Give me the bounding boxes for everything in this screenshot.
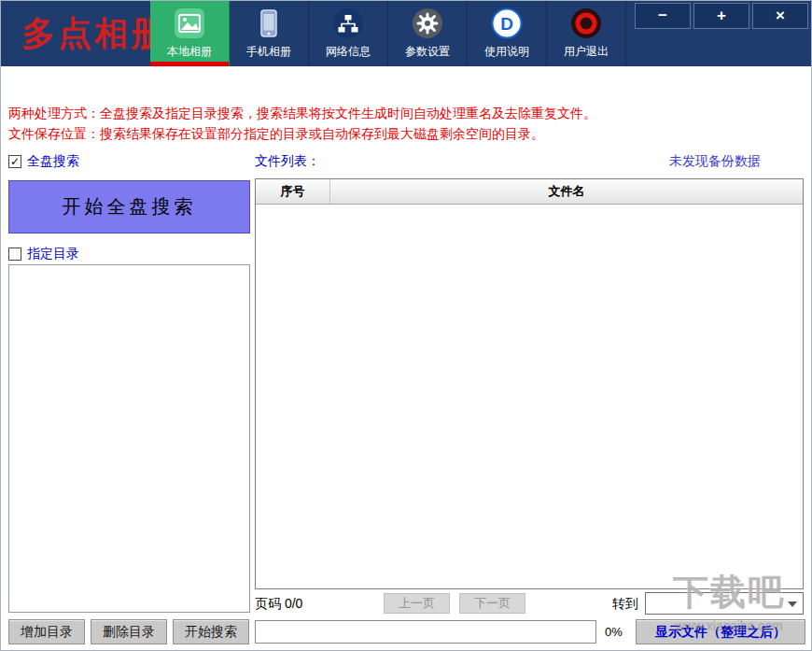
- full-disk-search-label: 全盘搜索: [27, 153, 79, 170]
- column-header-index: 序号: [256, 179, 330, 204]
- start-full-disk-search-button[interactable]: 开始全盘搜索: [8, 180, 250, 234]
- tab-label: 使用说明: [484, 44, 529, 60]
- full-disk-search-checkbox[interactable]: [8, 155, 21, 168]
- notice-line-1: 两种处理方式：全盘搜索及指定目录搜索，搜索结果将按文件生成时间自动处理重名及去除…: [8, 106, 596, 122]
- file-list-label: 文件列表：: [255, 153, 320, 170]
- app-title: 多点相册: [21, 11, 167, 57]
- goto-label: 转到: [612, 596, 638, 613]
- svg-text:D: D: [500, 14, 513, 34]
- exit-icon: [570, 6, 602, 41]
- progress-bar: [255, 620, 596, 644]
- delete-directory-button[interactable]: 删除目录: [91, 619, 167, 644]
- tab-help[interactable]: D 使用说明: [468, 1, 547, 66]
- specified-dir-checkbox[interactable]: [8, 248, 21, 261]
- close-button[interactable]: ×: [752, 3, 808, 29]
- file-table-header: 序号 文件名: [256, 179, 803, 205]
- tab-logout[interactable]: 用户退出: [547, 1, 626, 66]
- tab-label: 网络信息: [326, 44, 371, 60]
- column-header-filename: 文件名: [330, 179, 803, 204]
- add-directory-button[interactable]: 增加目录: [8, 619, 85, 644]
- tab-label: 参数设置: [405, 44, 450, 60]
- file-table: 序号 文件名: [255, 178, 804, 589]
- chevron-down-icon: [788, 601, 797, 607]
- maximize-button[interactable]: +: [693, 3, 749, 29]
- tab-label: 手机相册: [246, 44, 291, 60]
- notice-line-2: 文件保存位置：搜索结果保存在设置部分指定的目录或自动保存到最大磁盘剩余空间的目录…: [8, 126, 544, 143]
- full-disk-search-row: 全盘搜索: [8, 153, 79, 170]
- tab-network-info[interactable]: 网络信息: [309, 1, 388, 66]
- tab-bar: 本地相册 手机相册: [150, 1, 626, 66]
- start-search-button[interactable]: 开始搜索: [173, 619, 249, 644]
- phone-icon: [253, 6, 285, 41]
- photo-icon: [174, 6, 205, 41]
- network-icon: [332, 6, 364, 41]
- page-info: 页码 0/0: [255, 596, 302, 613]
- prev-page-button[interactable]: 上一页: [384, 593, 450, 614]
- backup-status-text: 未发现备份数据: [669, 153, 761, 170]
- directory-listbox[interactable]: [8, 264, 250, 613]
- gear-icon: [412, 6, 443, 41]
- header-bar: 多点相册 本地相册: [1, 1, 811, 66]
- progress-percent: 0%: [605, 625, 623, 639]
- minimize-button[interactable]: −: [635, 3, 691, 29]
- file-table-body[interactable]: [256, 205, 803, 588]
- app-window: 多点相册 本地相册: [0, 0, 812, 651]
- specified-dir-label: 指定目录: [27, 246, 79, 262]
- tab-phone-album[interactable]: 手机相册: [230, 1, 309, 66]
- tab-settings[interactable]: 参数设置: [388, 1, 468, 66]
- tab-label: 本地相册: [167, 44, 212, 60]
- next-page-button[interactable]: 下一页: [459, 593, 525, 614]
- specified-dir-row: 指定目录: [8, 246, 79, 262]
- tab-label: 用户退出: [564, 44, 609, 60]
- show-files-button[interactable]: 显示文件（整理之后）: [636, 619, 805, 644]
- goto-page-select[interactable]: [645, 592, 804, 615]
- help-d-icon: D: [491, 6, 523, 41]
- tab-local-album[interactable]: 本地相册: [150, 1, 230, 66]
- window-controls: − + ×: [635, 3, 808, 29]
